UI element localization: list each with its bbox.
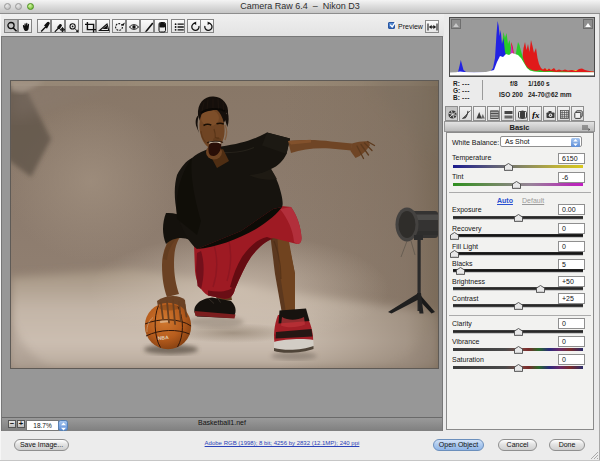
- svg-text:NBA: NBA: [158, 334, 170, 341]
- svg-text:fx: fx: [532, 110, 540, 119]
